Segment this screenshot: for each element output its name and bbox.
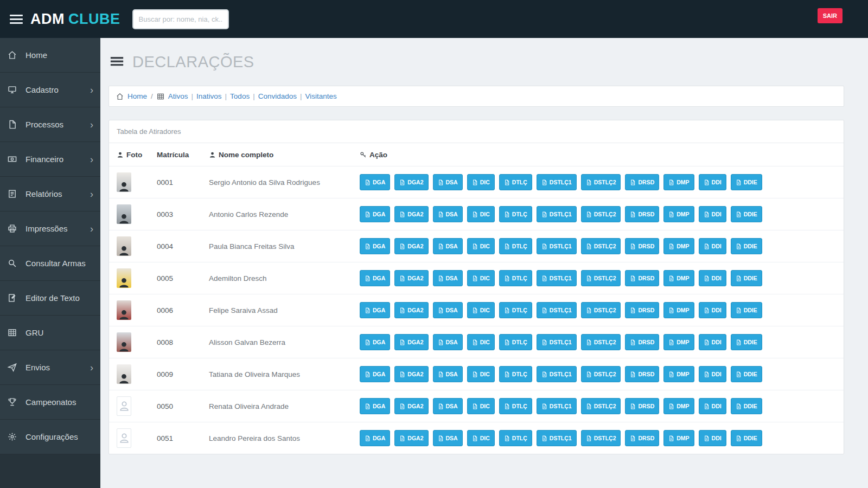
breadcrumb-link-ativos[interactable]: Ativos (168, 92, 188, 100)
action-button-dga2[interactable]: DGA2 (394, 302, 428, 318)
action-button-dsa[interactable]: DSA (433, 398, 463, 414)
action-button-ddi[interactable]: DDI (699, 430, 726, 446)
action-button-dtlc[interactable]: DTLÇ (499, 206, 532, 222)
action-button-dsa[interactable]: DSA (433, 238, 463, 254)
breadcrumb-link-visitantes[interactable]: Visitantes (305, 92, 336, 100)
action-button-ddie[interactable]: DDIE (731, 270, 762, 286)
action-button-dga[interactable]: DGA (360, 430, 390, 446)
action-button-dstlc2[interactable]: DSTLÇ2 (581, 398, 621, 414)
action-button-dga[interactable]: DGA (360, 398, 390, 414)
action-button-dsa[interactable]: DSA (433, 206, 463, 222)
action-button-dmp[interactable]: DMP (663, 238, 694, 254)
action-button-dga2[interactable]: DGA2 (394, 206, 428, 222)
action-button-dic[interactable]: DIC (467, 430, 495, 446)
action-button-dstlc1[interactable]: DSTLÇ1 (537, 238, 577, 254)
action-button-drsd[interactable]: DRSD (625, 334, 659, 350)
breadcrumb-home-link[interactable]: Home (127, 92, 147, 100)
action-button-ddi[interactable]: DDI (699, 270, 726, 286)
action-button-dmp[interactable]: DMP (663, 334, 694, 350)
action-button-dmp[interactable]: DMP (663, 174, 694, 190)
action-button-dga2[interactable]: DGA2 (394, 366, 428, 382)
action-button-dga2[interactable]: DGA2 (394, 270, 428, 286)
action-button-dstlc1[interactable]: DSTLÇ1 (537, 302, 577, 318)
action-button-dstlc2[interactable]: DSTLÇ2 (581, 174, 621, 190)
action-button-drsd[interactable]: DRSD (625, 430, 659, 446)
sidebar-item-financeiro[interactable]: Financeiro› (0, 142, 100, 177)
menu-toggle-icon[interactable] (10, 12, 23, 26)
action-button-ddi[interactable]: DDI (699, 302, 726, 318)
action-button-dmp[interactable]: DMP (663, 366, 694, 382)
action-button-dstlc2[interactable]: DSTLÇ2 (581, 270, 621, 286)
sidebar-item-home[interactable]: Home (0, 38, 100, 73)
action-button-dga2[interactable]: DGA2 (394, 398, 428, 414)
breadcrumb-link-convidados[interactable]: Convidados (258, 92, 297, 100)
action-button-dstlc2[interactable]: DSTLÇ2 (581, 238, 621, 254)
action-button-ddie[interactable]: DDIE (731, 334, 762, 350)
action-button-dtlc[interactable]: DTLÇ (499, 238, 532, 254)
sidebar-item-consultar-armas[interactable]: Consultar Armas (0, 246, 100, 281)
breadcrumb-link-inativos[interactable]: Inativos (196, 92, 222, 100)
action-button-dtlc[interactable]: DTLÇ (499, 270, 532, 286)
action-button-dstlc1[interactable]: DSTLÇ1 (537, 206, 577, 222)
sidebar-item-relatorios[interactable]: Relatórios› (0, 177, 100, 211)
action-button-ddie[interactable]: DDIE (731, 430, 762, 446)
action-button-dic[interactable]: DIC (467, 334, 495, 350)
action-button-dsa[interactable]: DSA (433, 366, 463, 382)
action-button-ddi[interactable]: DDI (699, 174, 726, 190)
action-button-dic[interactable]: DIC (467, 398, 495, 414)
action-button-dga2[interactable]: DGA2 (394, 334, 428, 350)
action-button-ddi[interactable]: DDI (699, 238, 726, 254)
action-button-ddi[interactable]: DDI (699, 206, 726, 222)
sidebar-item-editor-de-texto[interactable]: Editor de Texto (0, 281, 100, 316)
action-button-dstlc1[interactable]: DSTLÇ1 (537, 366, 577, 382)
action-button-dstlc1[interactable]: DSTLÇ1 (537, 430, 577, 446)
logout-button[interactable]: SAIR (818, 8, 843, 23)
action-button-drsd[interactable]: DRSD (625, 238, 659, 254)
action-button-dsa[interactable]: DSA (433, 430, 463, 446)
action-button-dmp[interactable]: DMP (663, 430, 694, 446)
action-button-dga[interactable]: DGA (360, 366, 390, 382)
sidebar-item-configuracoes[interactable]: Configurações (0, 420, 100, 454)
search-input[interactable] (132, 9, 229, 29)
sidebar-item-impressoes[interactable]: Impressões› (0, 211, 100, 246)
sidebar-item-processos[interactable]: Processos› (0, 107, 100, 142)
action-button-ddie[interactable]: DDIE (731, 398, 762, 414)
action-button-dstlc1[interactable]: DSTLÇ1 (537, 398, 577, 414)
action-button-dic[interactable]: DIC (467, 270, 495, 286)
action-button-dtlc[interactable]: DTLÇ (499, 398, 532, 414)
action-button-ddi[interactable]: DDI (699, 398, 726, 414)
sidebar-item-gru[interactable]: GRU (0, 316, 100, 350)
action-button-dstlc2[interactable]: DSTLÇ2 (581, 430, 621, 446)
action-button-dtlc[interactable]: DTLÇ (499, 334, 532, 350)
action-button-dstlc2[interactable]: DSTLÇ2 (581, 366, 621, 382)
action-button-dtlc[interactable]: DTLÇ (499, 366, 532, 382)
action-button-dga[interactable]: DGA (360, 238, 390, 254)
action-button-ddi[interactable]: DDI (699, 334, 726, 350)
action-button-ddie[interactable]: DDIE (731, 302, 762, 318)
action-button-dmp[interactable]: DMP (663, 398, 694, 414)
action-button-drsd[interactable]: DRSD (625, 206, 659, 222)
action-button-dsa[interactable]: DSA (433, 334, 463, 350)
action-button-dga[interactable]: DGA (360, 174, 390, 190)
action-button-dstlc2[interactable]: DSTLÇ2 (581, 302, 621, 318)
action-button-ddie[interactable]: DDIE (731, 174, 762, 190)
action-button-dic[interactable]: DIC (467, 174, 495, 190)
breadcrumb-link-todos[interactable]: Todos (230, 92, 250, 100)
sidebar-item-cadastro[interactable]: Cadastro› (0, 73, 100, 107)
action-button-ddie[interactable]: DDIE (731, 206, 762, 222)
action-button-ddie[interactable]: DDIE (731, 238, 762, 254)
action-button-dic[interactable]: DIC (467, 302, 495, 318)
action-button-dic[interactable]: DIC (467, 366, 495, 382)
action-button-dstlc1[interactable]: DSTLÇ1 (537, 174, 577, 190)
action-button-dga[interactable]: DGA (360, 302, 390, 318)
action-button-dtlc[interactable]: DTLÇ (499, 430, 532, 446)
action-button-dga2[interactable]: DGA2 (394, 174, 428, 190)
action-button-drsd[interactable]: DRSD (625, 270, 659, 286)
sidebar-item-envios[interactable]: Envios› (0, 350, 100, 385)
action-button-dga[interactable]: DGA (360, 270, 390, 286)
action-button-drsd[interactable]: DRSD (625, 302, 659, 318)
action-button-dtlc[interactable]: DTLÇ (499, 174, 532, 190)
action-button-dga2[interactable]: DGA2 (394, 238, 428, 254)
action-button-dstlc1[interactable]: DSTLÇ1 (537, 270, 577, 286)
action-button-dga[interactable]: DGA (360, 206, 390, 222)
